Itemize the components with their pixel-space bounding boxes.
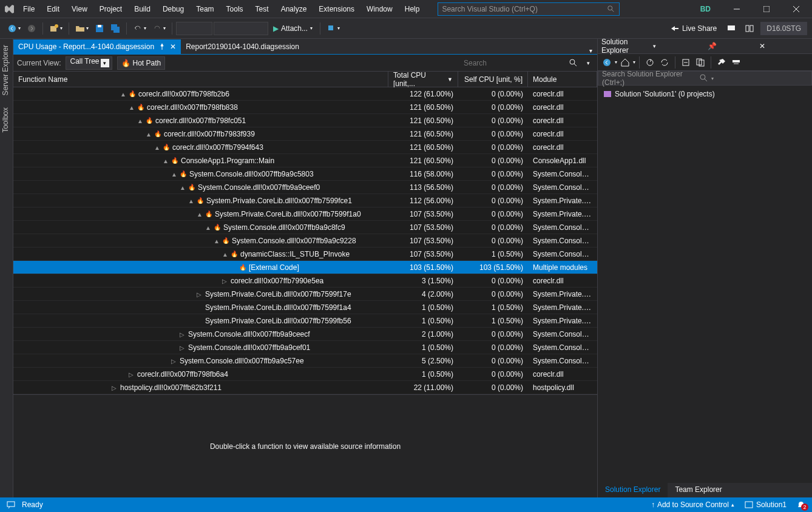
menu-tools[interactable]: Tools [220,2,249,16]
config-dropdown[interactable] [176,22,212,35]
side-tab-toolbox[interactable]: Toolbox [0,101,13,138]
show-all-files-button[interactable] [694,56,707,69]
search-icon[interactable] [569,58,578,68]
tab-solution-explorer[interactable]: Solution Explorer [598,483,668,497]
collapse-icon[interactable]: ▲ [180,184,186,190]
call-tree-row[interactable]: ▷System.Console.dll!0x007ffb9a9cef011 (0… [13,341,597,354]
menu-window[interactable]: Window [360,2,399,16]
refresh-button[interactable] [658,56,671,69]
call-tree-row[interactable]: ▷hostpolicy.dll!0x007ffb82b3f21122 (11.0… [13,381,597,394]
menu-debug[interactable]: Debug [157,2,190,16]
tab-cpu-usage[interactable]: CPU Usage - Report...4-1040.diagsession … [13,39,181,54]
call-tree-row[interactable]: ▲🔥coreclr.dll!0x007ffb7994f643121 (60.50… [13,141,597,154]
collapse-icon[interactable]: ▲ [205,224,211,231]
sync-button[interactable] [643,56,657,69]
undo-button[interactable]: ▾ [130,21,149,36]
collapse-icon[interactable]: ▲ [129,104,135,110]
add-source-control-button[interactable]: ↑ Add to Source Control ▴ [651,500,734,509]
menu-build[interactable]: Build [128,2,157,16]
call-tree-row[interactable]: ▲🔥ConsoleApp1.Program::Main121 (60.50%)0… [13,154,597,167]
call-tree-row[interactable]: ▲🔥System.Console.dll!0x007ffb9a9c9228107… [13,234,597,248]
expand-icon[interactable]: ▷ [222,278,228,284]
collapse-icon[interactable]: ▲ [137,118,143,124]
menu-extensions[interactable]: Extensions [313,2,360,16]
tab-close-icon[interactable]: ✕ [170,42,176,51]
header-total-cpu[interactable]: Total CPU [unit,...▼ [388,72,458,87]
maximize-button[interactable] [753,1,780,18]
call-tree-row[interactable]: ▲🔥System.Console.dll!0x007ffb9a9c5803116… [13,167,597,181]
collapse-icon[interactable]: ▲ [171,171,177,177]
call-tree-row[interactable]: ▲🔥System.Console.dll!0x007ffb9a9ceef0113… [13,181,597,194]
open-file-button[interactable]: ▾ [73,21,91,36]
user-badge[interactable]: BD [691,5,720,13]
preview-button[interactable] [729,56,743,69]
step-button[interactable]: ▾ [324,21,342,36]
solution-root[interactable]: Solution 'Solution1' (0 projects) [600,88,810,100]
send-smile-button[interactable] [742,21,757,36]
collapse-icon[interactable]: ▲ [188,198,194,204]
back-button[interactable] [600,56,614,69]
call-tree-row[interactable]: ▲🔥coreclr.dll!0x007ffb798fb838121 (60.50… [13,101,597,114]
platform-dropdown[interactable] [214,22,268,35]
call-tree-row[interactable]: ▲🔥System.Private.CoreLib.dll!0x007ffb759… [13,207,597,221]
header-self-cpu[interactable]: Self CPU [unit, %] [458,72,528,87]
header-function-name[interactable]: Function Name [13,72,388,87]
expand-icon[interactable]: ▷ [112,385,118,391]
search-dropdown-icon[interactable]: ▾ [587,60,590,66]
notifications-button[interactable]: 2 [796,500,806,510]
collapse-icon[interactable]: ▲ [154,144,160,150]
view-selector[interactable]: Call Tree ▾ [66,56,112,70]
hot-path-button[interactable]: 🔥 Hot Path [117,56,166,70]
call-tree-row[interactable]: ▷System.Console.dll!0x007ffb9a9c57ee5 (2… [13,354,597,368]
side-tab-server-explorer[interactable]: Server Explorer [0,39,13,101]
status-solution-button[interactable]: Solution1 [744,500,787,510]
call-tree-row[interactable]: System.Private.CoreLib.dll!0x007ffb7599f… [13,301,597,314]
minimize-button[interactable] [723,1,750,18]
call-tree-row[interactable]: ▲🔥coreclr.dll!0x007ffb798fc051121 (60.50… [13,114,597,127]
panel-close-icon[interactable]: ✕ [759,42,808,50]
collapse-icon[interactable]: ▲ [197,211,203,217]
pin-icon[interactable]: 📌 [708,42,757,50]
menu-help[interactable]: Help [399,2,426,16]
expand-icon[interactable]: ▷ [180,345,186,351]
feedback-icon[interactable] [6,500,16,510]
tab-report[interactable]: Report20190104-1040.diagsession [181,39,304,54]
menu-edit[interactable]: Edit [41,2,66,16]
tab-team-explorer[interactable]: Team Explorer [668,483,729,497]
menu-view[interactable]: View [66,2,93,16]
expand-icon[interactable]: ▷ [129,371,135,377]
call-tree-row[interactable]: ▲🔥System.Console.dll!0x007ffb9a9c8fc9107… [13,221,597,234]
menu-team[interactable]: Team [190,2,220,16]
header-module[interactable]: Module [528,72,597,87]
forward-button[interactable] [24,21,39,36]
solution-tree[interactable]: Solution 'Solution1' (0 projects) [598,86,812,483]
feedback-button[interactable] [724,21,739,36]
tree-search-input[interactable] [460,56,560,70]
expand-icon[interactable]: ▷ [171,358,177,364]
call-tree-row[interactable]: ▷coreclr.dll!0x007ffb7990e5ea3 (1.50%)0 … [13,274,597,288]
call-tree-row[interactable]: System.Private.CoreLib.dll!0x007ffb7599f… [13,314,597,328]
call-tree-row[interactable]: 🔥[External Code]103 (51.50%)103 (51.50%)… [13,261,597,274]
collapse-icon[interactable]: ▲ [120,91,126,97]
expand-icon[interactable]: ▷ [197,291,203,297]
save-button[interactable] [92,21,107,36]
menu-analyze[interactable]: Analyze [275,2,313,16]
collapse-icon[interactable]: ▲ [222,251,228,257]
menu-file[interactable]: File [17,2,41,16]
call-tree-row[interactable]: ▲🔥coreclr.dll!0x007ffb798fb2b6122 (61.00… [13,87,597,101]
doc-tabs-dropdown-icon[interactable]: ▾ [589,47,592,54]
call-tree-row[interactable]: ▲🔥dynamicClass::IL_STUB_PInvoke107 (53.5… [13,248,597,261]
menu-test[interactable]: Test [249,2,275,16]
collapse-icon[interactable]: ▲ [163,158,169,164]
solution-search-box[interactable]: Search Solution Explorer (Ctrl+;) ▾ [598,71,812,86]
call-tree-row[interactable]: ▷System.Console.dll!0x007ffb9a9ceecf2 (1… [13,328,597,341]
live-share-button[interactable]: Live Share [666,24,720,33]
menu-project[interactable]: Project [93,2,128,16]
properties-button[interactable] [715,56,728,69]
call-tree-row[interactable]: ▲🔥System.Private.CoreLib.dll!0x007ffb759… [13,194,597,207]
close-button[interactable] [782,1,810,18]
title-search-box[interactable]: Search Visual Studio (Ctrl+Q) [438,2,620,16]
collapse-icon[interactable]: ▲ [214,238,220,244]
save-all-button[interactable] [108,21,123,36]
call-tree-row[interactable]: ▷System.Private.CoreLib.dll!0x007ffb7599… [13,288,597,301]
